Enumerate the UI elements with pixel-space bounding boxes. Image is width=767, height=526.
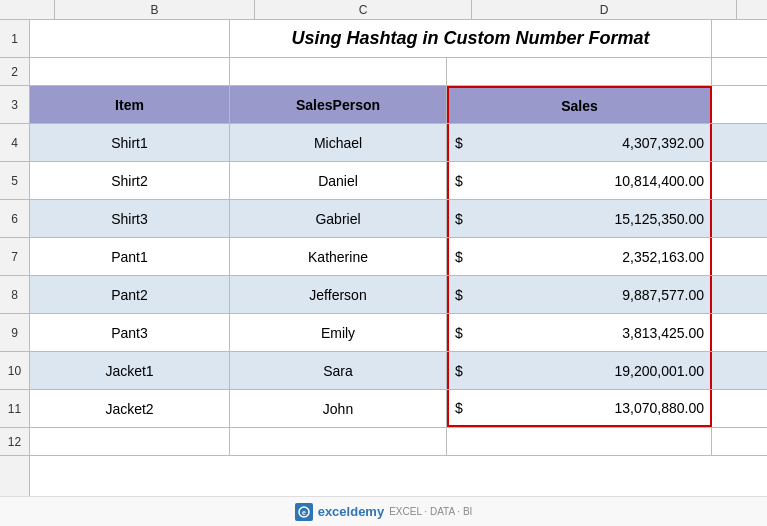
cell-item-1: Shirt1 bbox=[30, 124, 230, 161]
cell-sales-7: $19,200,001.00 bbox=[447, 352, 712, 389]
cell-item-8: Jacket2 bbox=[30, 390, 230, 427]
spreadsheet-title: Using Hashtag in Custom Number Format bbox=[230, 20, 712, 57]
empty-row-12 bbox=[30, 428, 767, 456]
cell-sales-8: $13,070,880.00 bbox=[447, 390, 712, 427]
logo-icon: e bbox=[295, 503, 313, 521]
cell-sales-6: $3,813,425.00 bbox=[447, 314, 712, 351]
title-row: Using Hashtag in Custom Number Format bbox=[30, 20, 767, 58]
cell-item-5: Pant2 bbox=[30, 276, 230, 313]
row-num-11: 11 bbox=[0, 390, 29, 428]
row-num-4: 4 bbox=[0, 124, 29, 162]
row-num-8: 8 bbox=[0, 276, 29, 314]
grid: Using Hashtag in Custom Number Format It… bbox=[30, 20, 767, 496]
corner-cell bbox=[0, 0, 55, 19]
col-header-b: B bbox=[55, 0, 255, 19]
cell-person-2: Daniel bbox=[230, 162, 447, 199]
cell-2c bbox=[230, 58, 447, 85]
cell-sales-3: $15,125,350.00 bbox=[447, 200, 712, 237]
row-num-5: 5 bbox=[0, 162, 29, 200]
cell-item-7: Jacket1 bbox=[30, 352, 230, 389]
rows-area: 1 2 3 4 5 6 7 8 9 10 11 12 Using Hashtag… bbox=[0, 20, 767, 496]
header-item: Item bbox=[30, 86, 230, 123]
cell-12c bbox=[230, 428, 447, 455]
cell-person-6: Emily bbox=[230, 314, 447, 351]
table-row: Jacket2 John $13,070,880.00 bbox=[30, 390, 767, 428]
row-num-9: 9 bbox=[0, 314, 29, 352]
header-salesperson: SalesPerson bbox=[230, 86, 447, 123]
cell-person-3: Gabriel bbox=[230, 200, 447, 237]
cell-12b bbox=[30, 428, 230, 455]
header-sales: Sales bbox=[447, 86, 712, 123]
row-num-7: 7 bbox=[0, 238, 29, 276]
row-numbers: 1 2 3 4 5 6 7 8 9 10 11 12 bbox=[0, 20, 30, 496]
footer-subtitle: EXCEL · DATA · BI bbox=[389, 506, 472, 517]
row-num-10: 10 bbox=[0, 352, 29, 390]
row-num-12: 12 bbox=[0, 428, 29, 456]
row-num-3: 3 bbox=[0, 86, 29, 124]
footer-logo: e exceldemy EXCEL · DATA · BI bbox=[295, 503, 473, 521]
cell-sales-4: $2,352,163.00 bbox=[447, 238, 712, 275]
row-num-2: 2 bbox=[0, 58, 29, 86]
col-header-d: D bbox=[472, 0, 737, 19]
footer: e exceldemy EXCEL · DATA · BI bbox=[0, 496, 767, 526]
svg-text:e: e bbox=[302, 509, 306, 516]
table-row: Shirt1 Michael $4,307,392.00 bbox=[30, 124, 767, 162]
table-row: Pant1 Katherine $2,352,163.00 bbox=[30, 238, 767, 276]
cell-person-7: Sara bbox=[230, 352, 447, 389]
cell-person-5: Jefferson bbox=[230, 276, 447, 313]
cell-2b bbox=[30, 58, 230, 85]
header-row: Item SalesPerson Sales bbox=[30, 86, 767, 124]
row-num-6: 6 bbox=[0, 200, 29, 238]
table-row: Shirt2 Daniel $10,814,400.00 bbox=[30, 162, 767, 200]
table-row: Pant2 Jefferson $9,887,577.00 bbox=[30, 276, 767, 314]
table-row: Shirt3 Gabriel $15,125,350.00 bbox=[30, 200, 767, 238]
cell-item-4: Pant1 bbox=[30, 238, 230, 275]
table-row: Jacket1 Sara $19,200,001.00 bbox=[30, 352, 767, 390]
cell-item-3: Shirt3 bbox=[30, 200, 230, 237]
cell-2d bbox=[447, 58, 712, 85]
table-row: Pant3 Emily $3,813,425.00 bbox=[30, 314, 767, 352]
cell-person-4: Katherine bbox=[230, 238, 447, 275]
column-headers: B C D bbox=[0, 0, 767, 20]
cell-item-2: Shirt2 bbox=[30, 162, 230, 199]
empty-row-2 bbox=[30, 58, 767, 86]
spreadsheet: B C D 1 2 3 4 5 6 7 8 9 10 11 12 Using H… bbox=[0, 0, 767, 526]
title-cell-b bbox=[30, 20, 230, 57]
cell-sales-2: $10,814,400.00 bbox=[447, 162, 712, 199]
footer-brand: exceldemy bbox=[318, 504, 385, 519]
cell-person-1: Michael bbox=[230, 124, 447, 161]
cell-sales-1: $4,307,392.00 bbox=[447, 124, 712, 161]
cell-sales-5: $9,887,577.00 bbox=[447, 276, 712, 313]
col-header-c: C bbox=[255, 0, 472, 19]
cell-12d bbox=[447, 428, 712, 455]
row-num-1: 1 bbox=[0, 20, 29, 58]
cell-person-8: John bbox=[230, 390, 447, 427]
cell-item-6: Pant3 bbox=[30, 314, 230, 351]
